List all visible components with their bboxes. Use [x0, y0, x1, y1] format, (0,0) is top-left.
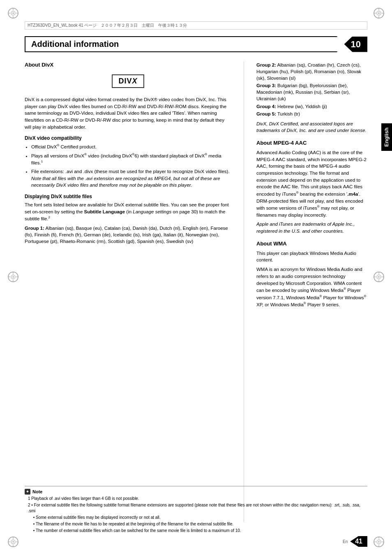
svg-point-2 — [13, 13, 14, 14]
left-column: About DivX DIVX DivX is a compressed dig… — [25, 62, 235, 522]
page-number: 41 — [350, 536, 367, 547]
corner-decoration-br — [373, 536, 385, 548]
groups-container: Group 2: Albanian (sq), Croatian (hr), C… — [256, 62, 367, 117]
group5: Group 5: Turkish (tr) — [256, 111, 367, 117]
about-mpeg4-text: Advanced Audio Coding (AAC) is at the co… — [256, 149, 367, 218]
column-divider — [244, 62, 244, 522]
divx-video-compat-list: Official DivX® Certified product. Plays … — [25, 143, 231, 189]
svg-point-9 — [378, 13, 380, 14]
corner-decoration-bl — [7, 536, 19, 548]
page-footer: En 41 — [343, 536, 367, 547]
corner-decoration-tl — [7, 7, 19, 19]
note-header: ✦ Note — [25, 489, 367, 495]
divx-trademark: DivX, DivX Certified, and associated log… — [256, 120, 367, 134]
language-tab: English — [381, 123, 392, 151]
chapter-title: Additional information — [25, 36, 345, 52]
svg-point-30 — [13, 276, 14, 278]
side-decoration-left — [7, 271, 19, 284]
svg-point-37 — [378, 276, 380, 278]
top-bar: HTZ363DVD_EN_WL.book 41 ページ ２００７年２月３日 土曜… — [25, 21, 367, 30]
wma-text2: WMA is an acronym for Windows Media Audi… — [256, 266, 367, 308]
about-wma-heading: About WMA — [256, 240, 367, 247]
svg-point-16 — [13, 541, 14, 543]
list-item: Official DivX® Certified product. — [31, 143, 231, 150]
note-item-3: • Some external subtitle files may be di… — [25, 515, 367, 520]
page-header: Additional information 10 — [25, 36, 367, 52]
main-content: About DivX DIVX DivX is a compressed dig… — [25, 62, 367, 522]
side-decoration-right — [373, 271, 385, 284]
list-item: Plays all versions of DivX® video (inclu… — [31, 152, 231, 166]
note-icon: ✦ — [25, 489, 30, 495]
group3: Group 3: Bulgarian (bg), Byelorussian (b… — [256, 82, 367, 102]
page-lang: En — [343, 539, 348, 544]
chapter-number: 10 — [344, 37, 367, 52]
apple-trademark: Apple and iTunes are trademarks of Apple… — [256, 221, 367, 234]
displaying-subtitle-heading: Displaying DivX subtitle files — [25, 194, 231, 199]
divx-logo: DIVX — [112, 74, 144, 88]
note-item-5: • The number of external subtitle files … — [25, 528, 367, 534]
list-item: File extensions: .avi and .divx (these m… — [31, 168, 231, 189]
wma-text1: This player can playback Windows Media A… — [256, 250, 367, 264]
divx-logo-container: DIVX — [25, 71, 231, 92]
subtitle-intro: The font sets listed below are available… — [25, 201, 231, 222]
group4: Group 4: Hebrew (iw), Yiddish (ji) — [256, 103, 367, 110]
svg-point-23 — [378, 541, 380, 543]
right-column: Group 2: Albanian (sq), Croatian (hr), C… — [252, 62, 367, 522]
divx-video-compat-heading: DivX video compatibility — [25, 135, 231, 141]
notes-section: ✦ Note 1 Playback of .avi video files la… — [25, 486, 367, 534]
group1: Group 1: Albanian (sq), Basque (eu), Cat… — [25, 225, 231, 245]
about-divx-heading: About DivX — [25, 62, 231, 68]
note-item-1: 1 Playback of .avi video files larger th… — [25, 496, 367, 502]
about-divx-intro: DivX is a compressed digital video forma… — [25, 96, 231, 130]
corner-decoration-tr — [373, 7, 385, 19]
note-item-4: • The filename of the movie file has to … — [25, 521, 367, 527]
divx-logo-text: DIVX — [118, 77, 137, 86]
about-mpeg4-heading: About MPEG-4 AAC — [256, 140, 367, 146]
group2: Group 2: Albanian (sq), Croatian (hr), C… — [256, 62, 367, 81]
note-item-2: 2 • For external subtitle files the foll… — [25, 502, 367, 514]
